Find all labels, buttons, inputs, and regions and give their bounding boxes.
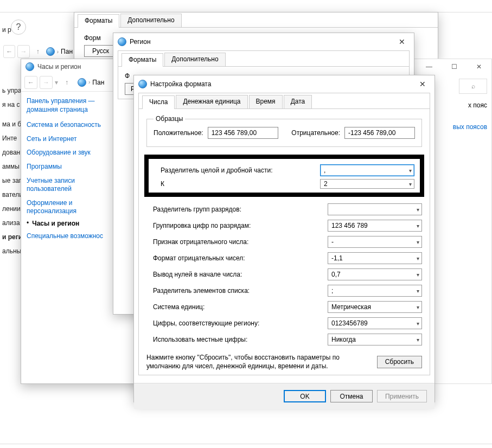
maximize-button[interactable]: ☐ (442, 59, 467, 74)
cancel-button[interactable]: Отмена (330, 390, 373, 402)
strip-text: Инте (0, 131, 21, 145)
language-dropdown-fragment[interactable]: Русск (84, 45, 117, 57)
negative-format-combo[interactable]: -1,1 ▾ (328, 252, 422, 264)
negative-format-label: Формат отрицательных чисел: (153, 254, 245, 262)
tab-formats[interactable]: Форматы (122, 53, 163, 67)
decimal-separator-combo[interactable]: , ▾ (320, 164, 414, 176)
combo-value: 0123456789 (331, 319, 368, 327)
tab-numbers[interactable]: Числа (142, 95, 175, 109)
chevron-right-icon: › (57, 49, 59, 55)
measurement-label: Система единиц: (153, 303, 205, 311)
help-icon[interactable]: ? (11, 20, 26, 35)
apply-button[interactable]: Применить (377, 390, 427, 402)
nav-up[interactable]: ↑ (60, 76, 73, 89)
nav-recent[interactable]: ▾ (55, 79, 58, 86)
sidebar-item-hardware[interactable]: Оборудование и звук (27, 146, 112, 160)
strip-text: аммы (0, 159, 21, 174)
decimal-digits-combo-clipped[interactable]: 2 ▾ (320, 179, 414, 189)
group-separator-label: Разделитель групп разрядов: (153, 206, 241, 213)
use-native-digits-combo[interactable]: Никогда ▾ (328, 334, 422, 345)
strip-text: ь упра (0, 84, 21, 98)
search-input[interactable]: ⌕ (459, 79, 487, 94)
use-native-digits-label: Использовать местные цифры: (153, 336, 247, 343)
negative-sample-value: -123 456 789,00 (344, 127, 415, 139)
combo-value: -1,1 (331, 254, 343, 262)
nav-back[interactable]: ← (24, 76, 37, 89)
strip-text: ые зап (0, 174, 21, 188)
tab-formats[interactable]: Форматы (78, 14, 119, 28)
sidebar-item-network[interactable]: Сеть и Интернет (27, 132, 112, 146)
measurement-combo[interactable]: Метрическая ▾ (328, 301, 422, 313)
tab-additional[interactable]: Дополнительно (164, 53, 225, 66)
highlight-box: Разделитель целой и дробной части: , ▾ К… (144, 155, 424, 197)
nav-up[interactable]: ↑ (32, 45, 44, 58)
group-separator-combo[interactable]: ▾ (328, 203, 422, 215)
strip-text: дован (0, 145, 21, 159)
sidebar-item-accounts[interactable]: Учетные записи пользователей (27, 174, 112, 196)
close-button[interactable]: ✕ (467, 59, 491, 74)
nav-forward[interactable]: → (40, 76, 53, 89)
close-button[interactable]: ✕ (415, 79, 430, 89)
reset-button[interactable]: Сбросить (377, 356, 422, 368)
positive-sample-value: 123 456 789,00 (208, 127, 278, 139)
strip-text: ватели (0, 188, 21, 202)
tab-currency[interactable]: Денежная единица (176, 95, 247, 108)
nav-forward[interactable]: → (17, 45, 29, 58)
combo-value: 2 (324, 180, 328, 188)
native-digits-combo[interactable]: 0123456789 ▾ (328, 317, 422, 329)
strip-text: ма и б (0, 117, 21, 131)
right-fragment-text: х пояс (468, 101, 487, 109)
minimize-button[interactable]: — (417, 59, 442, 74)
tab-time[interactable]: Время (249, 95, 283, 108)
breadcrumb-item[interactable]: Пан (92, 79, 104, 86)
digit-grouping-label: Группировка цифр по разрядам: (153, 222, 251, 229)
ok-button[interactable]: OK (284, 390, 326, 402)
dialog-title: Настройка формата (150, 80, 211, 88)
timezone-link-fragment[interactable]: вых поясов (453, 123, 487, 131)
tab-date[interactable]: Дата (284, 95, 312, 108)
tab-additional[interactable]: Дополнительно (120, 14, 181, 27)
strip-text: альны (0, 244, 21, 258)
globe-icon (78, 78, 86, 87)
strip-text: ализа (0, 216, 21, 230)
sidebar-item-system[interactable]: Система и безопасность (27, 118, 112, 132)
control-panel-home-link[interactable]: Панель управления — домашняя страница (27, 97, 112, 114)
combo-value: , (324, 167, 325, 174)
globe-icon (118, 37, 126, 46)
samples-groupbox: Образцы Положительное: 123 456 789,00 От… (146, 119, 422, 147)
negative-sample-label: Отрицательное: (291, 129, 340, 137)
close-button[interactable]: ✕ (394, 36, 410, 47)
sidebar-item-programs[interactable]: Программы (27, 160, 112, 174)
nav-back[interactable]: ← (3, 45, 15, 58)
chevron-down-icon: ▾ (417, 321, 419, 327)
chevron-down-icon: ▾ (417, 207, 419, 213)
samples-legend: Образцы (154, 115, 185, 123)
decimal-digits-label-clipped: К (161, 180, 164, 188)
combo-value: ; (331, 287, 333, 295)
leading-zero-label: Вывод нулей в начале числа: (153, 271, 242, 278)
native-digits-label: Цифры, соответствующие региону: (153, 319, 259, 327)
strip-text: и реги (0, 230, 21, 244)
strip-text: лении (0, 202, 21, 216)
combo-value: Никогда (331, 336, 356, 343)
sidebar-item-ease[interactable]: Специальные возможнос (27, 229, 112, 244)
search-icon: ⌕ (471, 82, 475, 90)
positive-sample-label: Положительное: (154, 129, 203, 137)
digit-grouping-combo[interactable]: 123 456 789 ▾ (328, 220, 422, 232)
breadcrumb-item[interactable]: Пан (61, 48, 73, 55)
chevron-down-icon: ▾ (417, 223, 419, 229)
decimal-separator-label: Разделитель целой и дробной части: (161, 167, 273, 174)
list-separator-combo[interactable]: ; ▾ (328, 285, 422, 297)
sidebar-item-clock-region[interactable]: Часы и регион (32, 219, 79, 229)
combo-value: 123 456 789 (331, 222, 368, 229)
left-clipped-strip: и р ь упра я на с ма и б Инте дован аммы… (0, 0, 21, 448)
leading-zero-combo[interactable]: 0,7 ▾ (328, 268, 422, 280)
negative-sign-combo[interactable]: - ▾ (328, 236, 422, 248)
window-title: Часы и регион (37, 63, 81, 71)
chevron-down-icon: ▾ (417, 337, 419, 343)
globe-icon (138, 80, 147, 88)
negative-sign-label: Признак отрицательного числа: (153, 238, 248, 246)
chevron-down-icon: ▾ (417, 239, 419, 245)
globe-icon (46, 47, 55, 56)
sidebar-item-appearance[interactable]: Оформление и персонализация (27, 196, 112, 219)
